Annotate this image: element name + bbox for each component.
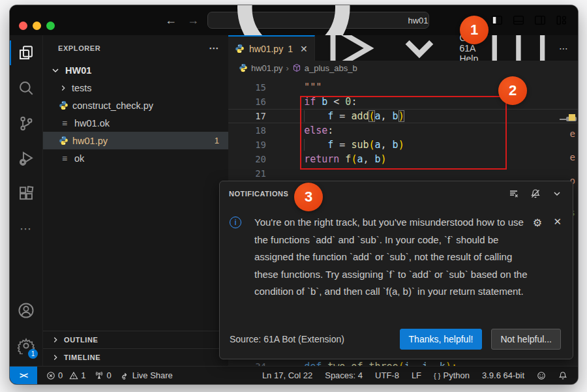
peeking-code-char: e [570, 152, 575, 162]
explorer-sidebar: EXPLORER ⋯ HW01 testsconstruct_check.py≡… [42, 35, 228, 366]
problems-status[interactable]: 0 1 [46, 370, 85, 380]
eol-status[interactable]: LF [412, 370, 421, 380]
cursor-position-status[interactable]: Ln 17, Col 22 [262, 370, 312, 380]
annotation-badge-3: 3 [294, 183, 323, 211]
tree-item-label: hw01.ok [74, 118, 110, 128]
python-file-icon [235, 44, 245, 53]
tree-item-tests[interactable]: tests [43, 79, 228, 97]
annotation-badge-2: 2 [498, 76, 527, 105]
indentation-status[interactable]: Spaces: 4 [325, 370, 363, 380]
line-number: 21 [228, 166, 266, 181]
activity-bar: ⋯ 1 [10, 35, 42, 366]
clear-all-notifications-icon[interactable] [509, 188, 519, 199]
notification-message: You're on the right track, but you've mi… [254, 214, 531, 301]
feedback-smiley-icon[interactable] [537, 371, 546, 380]
language-status[interactable]: { } Python [434, 370, 470, 380]
python-file-icon [59, 100, 68, 110]
info-icon: i [230, 217, 241, 228]
line-number: 18 [228, 123, 266, 138]
customize-layout-icon[interactable] [556, 14, 567, 26]
forward-arrow-icon[interactable]: → [187, 14, 199, 27]
search-value: hw01 [408, 16, 428, 25]
editor-more-icon[interactable]: ⋯ [559, 43, 569, 53]
activity-extensions-icon[interactable] [10, 176, 42, 211]
tab-hw01py[interactable]: hw01.py 1 ✕ [228, 35, 315, 61]
indent-guide [304, 110, 305, 122]
list-file-icon: ≡ [59, 153, 70, 164]
account-icon[interactable] [10, 293, 42, 328]
chevron-right-icon [59, 83, 68, 93]
thanks-helpful-button[interactable]: Thanks, helpful! [400, 329, 483, 350]
settings-gear-icon[interactable]: 1 [10, 328, 42, 363]
notifications-title: NOTIFICATIONS [229, 190, 288, 198]
traffic-lights [19, 22, 55, 30]
toggle-sidebar-icon[interactable] [491, 14, 503, 26]
activity-search-icon[interactable] [10, 70, 42, 106]
tab-dirty-badge: 1 [288, 44, 293, 54]
line-number: 34 [228, 359, 266, 366]
activity-explorer-icon[interactable] [10, 35, 42, 70]
tree-item-label: construct_check.py [72, 100, 153, 111]
notifications-panel: NOTIFICATIONS i You're on the right trac… [219, 181, 573, 359]
activity-source-control-icon[interactable] [10, 106, 42, 141]
python-version-status[interactable]: 3.9.6 64-bit [482, 370, 524, 380]
search-command-center[interactable]: hw01 [207, 12, 429, 29]
titlebar: ← → hw01 [10, 5, 578, 35]
line-number: 17 [228, 109, 266, 123]
hide-notifications-icon[interactable] [552, 188, 562, 199]
live-share-icon [121, 371, 130, 380]
remote-indicator[interactable]: >< [10, 367, 37, 385]
screenshot-canvas: ← → hw01 ⋯ [0, 0, 587, 392]
tree-item-label: tests [72, 83, 92, 93]
maximize-window-button[interactable] [46, 22, 55, 30]
toggle-secondary-sidebar-icon[interactable] [534, 14, 546, 26]
notification-close-icon[interactable]: ✕ [553, 216, 562, 228]
activity-run-debug-icon[interactable] [10, 141, 42, 176]
code-line-34[interactable]: 34 def two_of_three(i, j, k): [228, 359, 578, 366]
outline-section[interactable]: OUTLINE [43, 331, 228, 348]
settings-badge: 1 [28, 349, 38, 359]
code-line-18[interactable]: 18 else: [228, 123, 578, 138]
back-arrow-icon[interactable]: ← [165, 14, 177, 27]
explorer-title: EXPLORER [58, 44, 100, 52]
line-number: 16 [228, 95, 266, 109]
vscode-window: ← → hw01 ⋯ [10, 5, 578, 384]
list-file-icon: ≡ [59, 118, 70, 128]
annotation-badge-1: 1 [460, 16, 489, 44]
timeline-section[interactable]: TIMELINE [43, 348, 228, 366]
tab-close-icon[interactable]: ✕ [300, 44, 308, 54]
tree-item-hw01-py[interactable]: hw01.py1 [43, 132, 228, 149]
notification-settings-gear-icon[interactable]: ⚙ [533, 217, 542, 229]
code-line-17[interactable]: 17 f = add(a, b) [228, 109, 578, 123]
line-number: 20 [228, 152, 266, 166]
breadcrumb[interactable]: hw01.py › a_plus_abs_b [228, 61, 578, 75]
minimize-window-button[interactable] [33, 22, 41, 30]
peeking-code-char: e [570, 128, 575, 139]
tree-root-hw01[interactable]: HW01 [43, 61, 228, 79]
notification-source: Source: 61A Bot (Extension) [230, 334, 344, 344]
do-not-disturb-icon[interactable] [530, 188, 541, 199]
tree-item-ok[interactable]: ≡ok [43, 149, 228, 167]
encoding-status[interactable]: UTF-8 [375, 370, 399, 380]
close-window-button[interactable] [19, 22, 27, 30]
toggle-panel-icon[interactable] [513, 14, 524, 26]
explorer-more-icon[interactable]: ⋯ [209, 42, 219, 54]
ports-status[interactable]: 0 [95, 370, 111, 380]
activity-more-icon[interactable]: ⋯ [10, 211, 42, 247]
code-line-19[interactable]: 19 f = sub(a, b) [228, 138, 578, 152]
notification-toast: i You're on the right track, but you've … [220, 206, 573, 301]
live-share-status[interactable]: Live Share [121, 370, 173, 380]
not-helpful-button[interactable]: Not helpful... [491, 329, 561, 350]
line-number: 19 [228, 138, 266, 152]
peek-marker [569, 114, 575, 121]
tree-item-label: hw01.py [72, 136, 108, 146]
code-line-21[interactable]: 21 [228, 166, 578, 181]
tree-item-construct-check-py[interactable]: construct_check.py [43, 97, 228, 114]
chevron-right-icon [51, 335, 60, 344]
broadcast-tower-icon [95, 371, 104, 380]
python-file-icon [239, 63, 248, 72]
chevron-down-icon [50, 65, 61, 76]
tree-item-hw01-ok[interactable]: ≡hw01.ok [43, 114, 228, 132]
notifications-bell-icon[interactable] [558, 371, 567, 380]
code-line-20[interactable]: 20 return f(a, b) [228, 152, 578, 166]
